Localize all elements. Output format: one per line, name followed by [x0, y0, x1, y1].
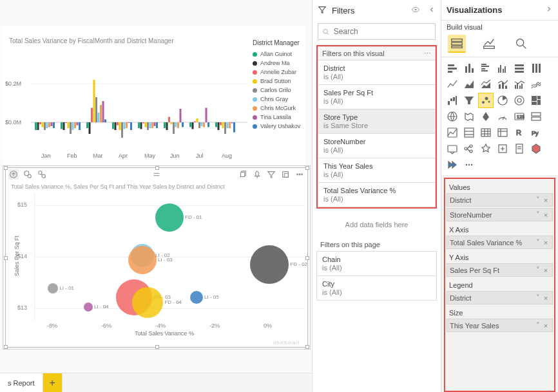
viz-waterfall-icon[interactable]: [445, 93, 459, 107]
chart-sales-variance-by-month[interactable]: Total Sales Variance by FiscalMonth and …: [3, 26, 305, 164]
grip-icon[interactable]: [151, 169, 162, 180]
chevron-down-icon[interactable]: ˅: [534, 196, 542, 204]
remove-icon[interactable]: ×: [542, 294, 550, 302]
focus-icon[interactable]: [280, 169, 291, 180]
more-icon[interactable]: [294, 169, 305, 180]
bubble[interactable]: [155, 203, 184, 232]
filter-card[interactable]: Total Sales Variance %is (All): [318, 183, 436, 207]
filter-card[interactable]: This Year Salesis (All): [318, 158, 436, 183]
viz-paginated-icon[interactable]: [512, 142, 526, 156]
chevron-down-icon[interactable]: ˅: [534, 210, 542, 219]
viz-100stacked-bar-icon[interactable]: [512, 61, 526, 75]
viz-more-icon[interactable]: [462, 158, 476, 172]
viz-line-clustered-icon[interactable]: [512, 77, 526, 91]
viz-multi-card-icon[interactable]: [529, 109, 543, 124]
expand-all-icon[interactable]: [37, 169, 47, 180]
well-xaxis[interactable]: Total Sales Variance %˅×: [447, 236, 553, 249]
viz-smart-icon[interactable]: [495, 142, 510, 156]
viz-stacked-bar-icon[interactable]: [445, 61, 459, 75]
well-values-storenumber[interactable]: StoreNumber˅×: [447, 208, 553, 221]
filter-card[interactable]: StoreNumberis (All): [318, 134, 436, 158]
filter-card[interactable]: Store Typeis Same Store: [318, 109, 436, 134]
remove-icon[interactable]: ×: [542, 196, 550, 204]
svg-rect-45: [149, 122, 151, 128]
filter-icon[interactable]: [266, 169, 276, 180]
viz-qa-icon[interactable]: [479, 142, 493, 156]
viz-clustered-column-icon[interactable]: [495, 61, 510, 75]
viz-app-icon[interactable]: [529, 142, 543, 156]
page-tab-add[interactable]: +: [43, 373, 63, 392]
viz-funnel-icon[interactable]: [462, 93, 476, 107]
expand-pane-icon[interactable]: [545, 5, 553, 15]
copy-icon[interactable]: [238, 169, 248, 180]
viz-donut-icon[interactable]: [512, 93, 526, 107]
filter-card[interactable]: Districtis (All): [318, 61, 436, 85]
bubble[interactable]: [190, 291, 203, 304]
show-pane-icon[interactable]: [411, 5, 420, 16]
bubble[interactable]: [128, 246, 157, 274]
viz-line-column-icon[interactable]: [495, 77, 510, 91]
well-size[interactable]: This Year Sales˅×: [447, 319, 553, 332]
svg-rect-44: [147, 122, 149, 130]
viz-gauge-icon[interactable]: [495, 109, 510, 124]
collapse-pane-icon[interactable]: [428, 6, 436, 15]
viz-clustered-bar-icon[interactable]: [479, 61, 493, 75]
bubble[interactable]: [132, 287, 163, 318]
viz-azure-map-icon[interactable]: [479, 109, 493, 124]
viz-stacked-area-icon[interactable]: [479, 77, 493, 91]
viz-scatter-icon[interactable]: [479, 93, 493, 107]
viz-map-icon[interactable]: [445, 109, 459, 124]
viz-100stacked-column-icon[interactable]: [529, 61, 543, 75]
bubble[interactable]: [48, 283, 58, 294]
filter-card[interactable]: Cityis (All): [316, 276, 437, 301]
remove-icon[interactable]: ×: [542, 266, 550, 274]
viz-pie-icon[interactable]: [495, 93, 510, 107]
remove-icon[interactable]: ×: [542, 322, 550, 330]
page-tab-report[interactable]: s Report: [0, 373, 43, 392]
build-tab-fields[interactable]: [448, 35, 466, 53]
filter-card[interactable]: Chainis (All): [316, 251, 437, 276]
viz-matrix-icon[interactable]: [495, 126, 510, 140]
viz-card-icon[interactable]: 123: [512, 109, 526, 124]
section-more-icon[interactable]: ⋯: [424, 50, 431, 58]
chevron-down-icon[interactable]: ˅: [534, 238, 542, 247]
viz-filled-map-icon[interactable]: [462, 109, 476, 124]
viz-kpi-icon[interactable]: [445, 126, 459, 140]
pin-icon[interactable]: [252, 169, 262, 180]
viz-powerautomate-icon[interactable]: [445, 158, 459, 172]
build-tab-analytics[interactable]: [512, 35, 530, 53]
viz-key-influencers-icon[interactable]: [445, 142, 459, 156]
drill-up-icon[interactable]: [8, 169, 19, 180]
chevron-down-icon[interactable]: ˅: [534, 321, 542, 330]
chevron-down-icon[interactable]: ˅: [534, 266, 542, 274]
svg-text:Feb: Feb: [67, 153, 77, 159]
viz-py-icon[interactable]: Py: [529, 126, 543, 140]
viz-decomp-icon[interactable]: [462, 142, 476, 156]
filter-search-input[interactable]: [334, 27, 431, 36]
report-canvas[interactable]: Total Sales Variance by FiscalMonth and …: [0, 0, 312, 392]
filter-card[interactable]: Sales Per Sq Ftis (All): [318, 85, 436, 109]
viz-slicer-icon[interactable]: [462, 126, 476, 140]
viz-line-icon[interactable]: [445, 77, 459, 91]
add-fields-hint[interactable]: Add data fields here: [316, 214, 437, 236]
chevron-down-icon[interactable]: ˅: [534, 294, 542, 302]
viz-area-icon[interactable]: [462, 77, 476, 91]
drill-down-icon[interactable]: [23, 169, 33, 180]
chart-scatter-variance-sqft[interactable]: Total Sales Variance %, Sales Per Sq Ft …: [5, 167, 308, 348]
well-values-district[interactable]: District˅×: [447, 193, 553, 207]
well-yaxis[interactable]: Sales Per Sq Ft˅×: [447, 263, 553, 277]
viz-table-icon[interactable]: [479, 126, 493, 140]
viz-ribbon-icon[interactable]: [529, 77, 543, 91]
well-legend[interactable]: District˅×: [447, 291, 553, 304]
bubble[interactable]: [84, 303, 93, 312]
viz-treemap-icon[interactable]: [529, 93, 543, 107]
build-tab-format[interactable]: [480, 35, 498, 53]
remove-icon[interactable]: ×: [542, 211, 550, 219]
viz-r-icon[interactable]: R: [512, 126, 526, 140]
remove-icon[interactable]: ×: [542, 239, 550, 247]
bubble[interactable]: [250, 245, 289, 284]
svg-rect-136: [450, 98, 452, 101]
svg-rect-32: [115, 122, 117, 130]
filter-search[interactable]: [318, 23, 436, 40]
viz-stacked-column-icon[interactable]: [462, 61, 476, 75]
